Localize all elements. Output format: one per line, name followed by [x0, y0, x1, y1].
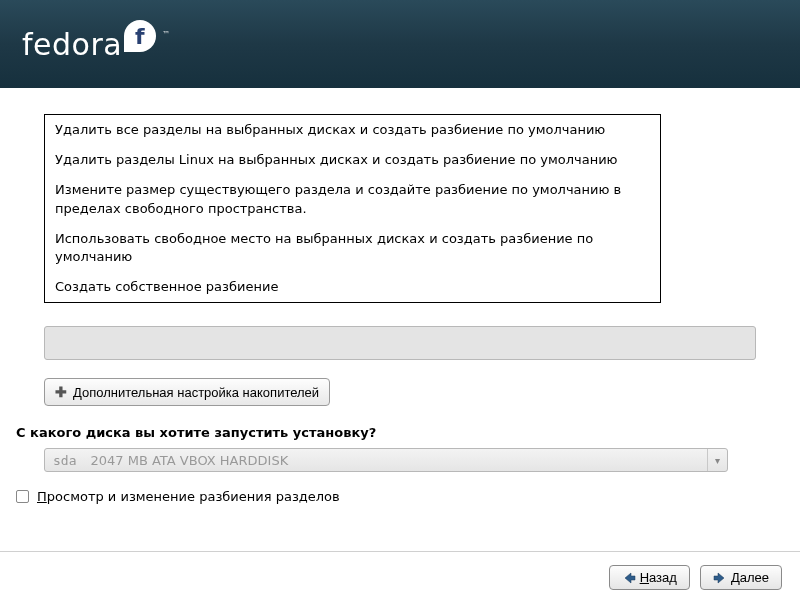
dropdown-background-slab	[44, 326, 756, 360]
review-partitions-checkbox[interactable]	[16, 490, 29, 503]
review-partitions-label: Просмотр и изменение разбиения разделов	[37, 489, 340, 504]
option-resize[interactable]: Измените размер существующего раздела и …	[45, 175, 660, 223]
back-label: Назад	[640, 570, 677, 585]
nav-buttons: Назад Далее	[609, 565, 782, 590]
disk-device: sda	[53, 453, 76, 468]
logo-text: fedora	[22, 27, 122, 62]
arrow-left-icon	[622, 571, 636, 585]
boot-drive-select[interactable]: sda 2047 MB ATA VBOX HARDDISK ▾	[44, 448, 728, 472]
option-remove-all[interactable]: Удалить все разделы на выбранных дисках …	[45, 115, 660, 145]
partition-scheme-dropdown[interactable]: Удалить все разделы на выбранных дисках …	[44, 114, 661, 303]
back-button[interactable]: Назад	[609, 565, 690, 590]
boot-drive-prompt: С какого диска вы хотите запустить устан…	[16, 425, 376, 440]
fedora-logo: fedora f ™	[22, 27, 169, 62]
option-custom[interactable]: Создать собственное разбиение	[45, 272, 660, 302]
next-button[interactable]: Далее	[700, 565, 782, 590]
option-use-free[interactable]: Использовать свободное место на выбранны…	[45, 224, 660, 272]
header: fedora f ™	[0, 0, 800, 88]
disk-description: 2047 MB ATA VBOX HARDDISK	[90, 453, 288, 468]
arrow-right-icon	[713, 571, 727, 585]
trademark-symbol: ™	[162, 30, 171, 39]
fedora-infinity-icon: f	[124, 20, 156, 52]
advanced-storage-label: Дополнительная настройка накопителей	[73, 385, 319, 400]
advanced-storage-button[interactable]: ✚ Дополнительная настройка накопителей	[44, 378, 330, 406]
content-area: Удалить все разделы на выбранных дисках …	[0, 88, 800, 600]
review-partitions-row[interactable]: Просмотр и изменение разбиения разделов	[16, 489, 340, 504]
next-label: Далее	[731, 570, 769, 585]
plus-icon: ✚	[55, 384, 67, 400]
footer-separator-light	[0, 552, 800, 553]
option-remove-linux[interactable]: Удалить разделы Linux на выбранных диска…	[45, 145, 660, 175]
chevron-down-icon: ▾	[707, 449, 727, 471]
